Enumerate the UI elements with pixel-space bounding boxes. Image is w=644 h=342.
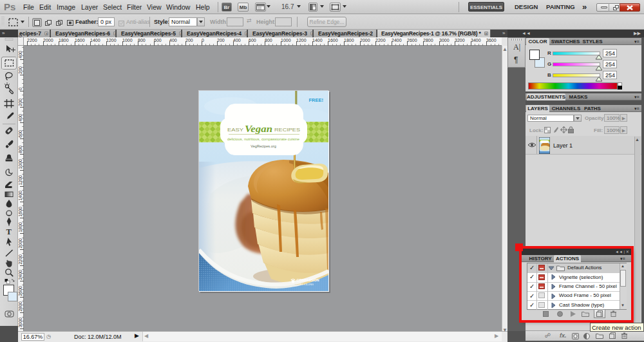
svg-text:Vegan: Vegan <box>245 124 272 134</box>
svg-text:VegRecipes.org: VegRecipes.org <box>251 144 276 148</box>
svg-text:FREE!: FREE! <box>309 97 324 103</box>
svg-text:RECIPES: RECIPES <box>274 127 300 133</box>
svg-text:T: T <box>6 227 12 236</box>
svg-text:OVER KILLING: OVER KILLING <box>297 283 314 286</box>
svg-text:EASY: EASY <box>227 127 244 133</box>
svg-text:COMPASSION: COMPASSION <box>297 278 319 282</box>
svg-text:delicious, nutritious, compass: delicious, nutritious, compassionate cui… <box>227 137 300 141</box>
